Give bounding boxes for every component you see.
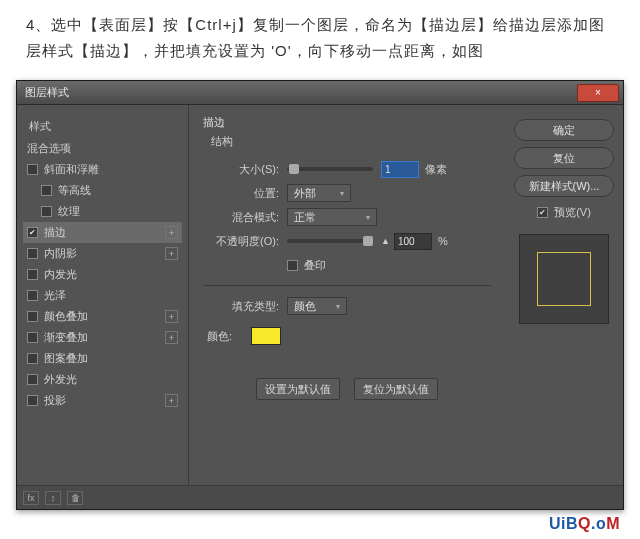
checkbox[interactable] [41,206,52,217]
dialog-title: 图层样式 [17,85,577,100]
color-swatch[interactable] [251,327,281,345]
style-row-outer-glow[interactable]: 外发光 [23,369,182,390]
section-title: 描边 [203,115,491,130]
style-row-bevel[interactable]: 斜面和浮雕 [23,159,182,180]
reset-default-button[interactable]: 复位为默认值 [354,378,438,400]
style-row-inner-glow[interactable]: 内发光 [23,264,182,285]
checkbox[interactable] [27,374,38,385]
preview-checkbox[interactable]: ✔ [537,207,548,218]
style-row-color-overlay[interactable]: 颜色叠加+ [23,306,182,327]
new-style-button[interactable]: 新建样式(W)... [514,175,614,197]
checkbox[interactable]: ✔ [27,227,38,238]
filltype-label: 填充类型: [203,299,279,314]
chevron-down-icon: ▾ [366,213,370,222]
blend-options-row[interactable]: 混合选项 [23,138,182,159]
layer-style-dialog: 图层样式 × 样式 混合选项 斜面和浮雕 等高线 纹理 ✔描边+ 内阴影+ 内发… [16,80,624,510]
ok-button[interactable]: 确定 [514,119,614,141]
filltype-dropdown[interactable]: 颜色▾ [287,297,347,315]
blendmode-label: 混合模式: [203,210,279,225]
close-icon: × [595,87,601,98]
size-input[interactable] [381,161,419,178]
make-default-button[interactable]: 设置为默认值 [256,378,340,400]
overprint-label: 叠印 [304,258,326,273]
add-icon[interactable]: + [165,226,178,239]
trash-icon[interactable]: 🗑 [67,491,83,505]
preview-swatch [537,252,591,306]
preview-row: ✔ 预览(V) [537,205,591,220]
stroke-settings-panel: 描边 结构 大小(S): 像素 位置: 外部▾ 混合模式: 正常▾ 不透明度(O… [189,105,505,485]
preview-box [519,234,609,324]
add-icon[interactable]: + [165,331,178,344]
titlebar[interactable]: 图层样式 × [17,81,623,105]
color-row: 颜色: [203,324,491,348]
add-icon[interactable]: + [165,394,178,407]
style-row-satin[interactable]: 光泽 [23,285,182,306]
close-button[interactable]: × [577,84,619,102]
checkbox[interactable] [27,248,38,259]
watermark: UiBQ.oM [549,515,620,533]
size-label: 大小(S): [203,162,279,177]
filltype-row: 填充类型: 颜色▾ [203,294,491,318]
slider-thumb[interactable] [363,236,373,246]
checkbox[interactable] [27,290,38,301]
triangle-icon: ▲ [381,236,390,246]
checkbox[interactable] [27,311,38,322]
styles-list-panel: 样式 混合选项 斜面和浮雕 等高线 纹理 ✔描边+ 内阴影+ 内发光 光泽 颜色… [17,105,189,485]
chevron-down-icon: ▾ [340,189,344,198]
position-label: 位置: [203,186,279,201]
style-row-gradient-overlay[interactable]: 渐变叠加+ [23,327,182,348]
checkbox[interactable] [27,395,38,406]
position-dropdown[interactable]: 外部▾ [287,184,351,202]
position-row: 位置: 外部▾ [203,181,491,205]
checkbox[interactable] [27,332,38,343]
style-row-stroke[interactable]: ✔描边+ [23,222,182,243]
arrow-icon[interactable]: ↕ [45,491,61,505]
overprint-row: 叠印 [203,253,491,277]
subsection-structure: 结构 [211,134,491,149]
style-row-pattern-overlay[interactable]: 图案叠加 [23,348,182,369]
opacity-row: 不透明度(O): ▲ % [203,229,491,253]
add-icon[interactable]: + [165,247,178,260]
overprint-checkbox[interactable] [287,260,298,271]
opacity-slider[interactable] [287,239,373,243]
style-row-contour[interactable]: 等高线 [23,180,182,201]
size-slider[interactable] [287,167,373,171]
size-unit: 像素 [425,162,447,177]
add-icon[interactable]: + [165,310,178,323]
checkbox[interactable] [27,164,38,175]
opacity-label: 不透明度(O): [203,234,279,249]
checkbox[interactable] [27,269,38,280]
size-row: 大小(S): 像素 [203,157,491,181]
status-bar: fx ↕ 🗑 [17,485,623,509]
opacity-unit: % [438,235,448,247]
blendmode-row: 混合模式: 正常▾ [203,205,491,229]
opacity-input[interactable] [394,233,432,250]
instruction-text: 4、选中【表面层】按【Ctrl+j】复制一个图层，命名为【描边层】给描边层添加图… [0,0,640,74]
style-row-drop-shadow[interactable]: 投影+ [23,390,182,411]
preview-label: 预览(V) [554,205,591,220]
blendmode-dropdown[interactable]: 正常▾ [287,208,377,226]
chevron-down-icon: ▾ [336,302,340,311]
fx-icon[interactable]: fx [23,491,39,505]
checkbox[interactable] [27,353,38,364]
checkbox[interactable] [41,185,52,196]
styles-header: 样式 [23,115,182,138]
slider-thumb[interactable] [289,164,299,174]
dialog-actions-panel: 确定 复位 新建样式(W)... ✔ 预览(V) [505,105,623,485]
divider [203,285,491,286]
cancel-button[interactable]: 复位 [514,147,614,169]
style-row-inner-shadow[interactable]: 内阴影+ [23,243,182,264]
style-row-texture[interactable]: 纹理 [23,201,182,222]
color-label: 颜色: [207,329,247,344]
